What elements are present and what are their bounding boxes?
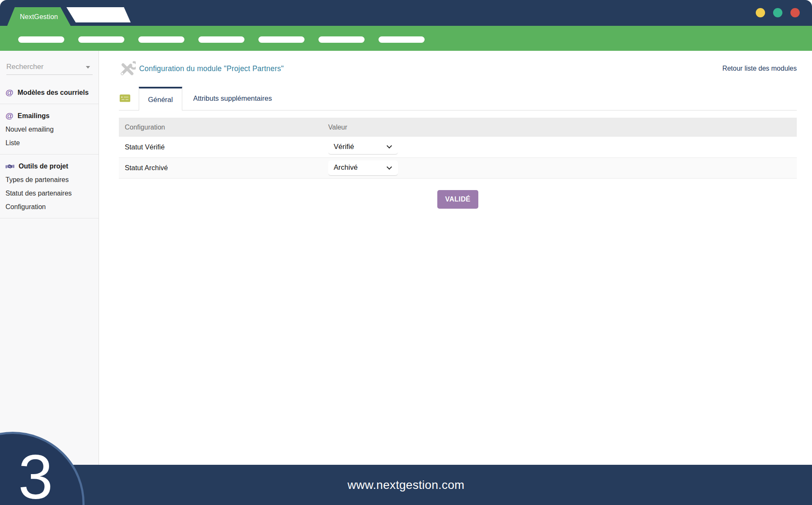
- tab-general[interactable]: Général: [139, 87, 182, 110]
- configuration-table: Configuration Valeur Statut Vérifié Véri…: [119, 118, 797, 179]
- tabs: Général Attributs supplémentaires: [119, 87, 797, 110]
- validate-button[interactable]: VALIDÉ: [437, 190, 479, 209]
- tab-attributs-supplementaires[interactable]: Attributs supplémentaires: [182, 87, 283, 110]
- statut-archive-select[interactable]: Archivé: [328, 160, 398, 176]
- page: NextGestion @ Modèles des courriels: [0, 0, 812, 505]
- row-label: Statut Vérifié: [119, 137, 322, 157]
- at-icon: @: [5, 113, 14, 119]
- page-number: 3: [18, 446, 53, 505]
- select-value: Vérifié: [334, 143, 354, 151]
- nav-pill[interactable]: [258, 36, 304, 43]
- main-content: Configuration du module "Project Partner…: [99, 51, 812, 465]
- tools-icon: [119, 61, 136, 77]
- page-header: Configuration du module "Project Partner…: [119, 61, 797, 77]
- at-icon: @: [5, 89, 14, 96]
- select-value: Archivé: [334, 163, 358, 172]
- search-input[interactable]: [6, 60, 93, 74]
- sidebar-section-label: Outils de projet: [19, 163, 68, 170]
- sidebar-item-configuration[interactable]: Configuration: [0, 200, 99, 214]
- nav-pill[interactable]: [318, 36, 365, 43]
- chevron-down-icon[interactable]: [86, 66, 90, 69]
- table-row: Statut Archivé Archivé: [119, 157, 797, 178]
- window-dot-yellow[interactable]: [756, 8, 765, 17]
- divider: [0, 104, 99, 104]
- brand-tab[interactable]: NextGestion: [7, 7, 71, 26]
- sidebar-section-emailings[interactable]: @ Emailings: [0, 109, 99, 123]
- sidebar-item-nouvel-emailing[interactable]: Nouvel emailing: [0, 123, 99, 136]
- sidebar-menu: @ Modèles des courriels @ Emailings Nouv…: [0, 75, 99, 218]
- sidebar-search: [6, 60, 93, 75]
- table-row: Statut Vérifié Vérifié: [119, 137, 797, 157]
- nav-pill[interactable]: [138, 36, 184, 43]
- window-controls: [756, 8, 800, 17]
- column-header-configuration: Configuration: [119, 118, 322, 137]
- sidebar-item-types-de-partenaires[interactable]: Types de partenaires: [0, 173, 99, 187]
- footer: www.nextgestion.com: [0, 465, 812, 505]
- nav-pill[interactable]: [78, 36, 124, 43]
- nav-pill[interactable]: [379, 36, 425, 43]
- sidebar-item-liste[interactable]: Liste: [0, 136, 99, 150]
- sidebar-section-label: Modèles des courriels: [18, 89, 89, 97]
- sidebar-section-label: Emailings: [18, 112, 50, 120]
- top-bar: NextGestion: [0, 0, 812, 26]
- row-label: Statut Archivé: [119, 157, 322, 178]
- brand-name: NextGestion: [20, 12, 58, 21]
- window-dot-red[interactable]: [790, 8, 800, 17]
- chevron-down-icon: [387, 143, 392, 149]
- divider: [0, 218, 99, 218]
- sidebar-section-outils-de-projet[interactable]: Outils de projet: [0, 160, 99, 173]
- main-nav-bar: [0, 26, 812, 51]
- module-card-icon: [120, 94, 130, 102]
- sidebar-section-modeles-courriels[interactable]: @ Modèles des courriels: [0, 86, 99, 99]
- brand-accent-shape: [66, 7, 131, 22]
- divider: [0, 154, 99, 155]
- nav-pill[interactable]: [18, 36, 64, 43]
- nav-pill[interactable]: [198, 36, 244, 43]
- sidebar-item-statut-des-partenaires[interactable]: Statut des partenaires: [0, 187, 99, 200]
- column-header-valeur: Valeur: [322, 118, 797, 137]
- window-dot-teal[interactable]: [773, 8, 782, 17]
- table-header-row: Configuration Valeur: [119, 118, 797, 137]
- chevron-down-icon: [387, 164, 392, 170]
- page-title: Configuration du module "Project Partner…: [139, 64, 284, 73]
- footer-url: www.nextgestion.com: [348, 478, 465, 492]
- statut-verifie-select[interactable]: Vérifié: [328, 139, 398, 155]
- handshake-icon: [5, 163, 14, 169]
- back-to-modules-link[interactable]: Retour liste des modules: [722, 65, 797, 72]
- sidebar: @ Modèles des courriels @ Emailings Nouv…: [0, 51, 99, 465]
